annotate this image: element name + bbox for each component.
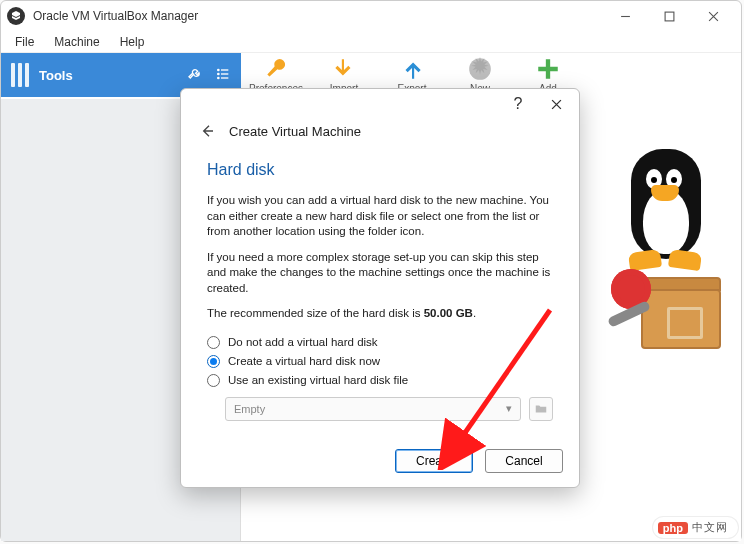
create-button[interactable]: Create xyxy=(395,449,473,473)
svg-point-1 xyxy=(217,68,220,71)
dialog-help-button[interactable]: ? xyxy=(499,91,537,117)
dialog-close-button[interactable] xyxy=(537,91,575,117)
radio-no-disk-label: Do not add a virtual hard disk xyxy=(228,336,378,348)
chevron-down-icon: ▾ xyxy=(506,402,512,415)
minimize-button[interactable] xyxy=(603,2,647,30)
maximize-button[interactable] xyxy=(647,2,691,30)
paragraph-2: If you need a more complex storage set-u… xyxy=(207,250,553,297)
close-button[interactable] xyxy=(691,2,735,30)
cancel-button[interactable]: Cancel xyxy=(485,449,563,473)
file-combo[interactable]: Empty ▾ xyxy=(225,397,521,421)
paragraph-1: If you wish you can add a virtual hard d… xyxy=(207,193,553,240)
watermark: php 中文网 xyxy=(653,517,738,538)
watermark-text: 中文网 xyxy=(692,520,728,535)
menu-machine[interactable]: Machine xyxy=(44,33,109,51)
radio-no-disk[interactable]: Do not add a virtual hard disk xyxy=(207,336,553,349)
recommended-size: The recommended size of the hard disk is… xyxy=(207,306,553,322)
dialog-header: Create Virtual Machine xyxy=(181,119,579,149)
radio-create-now-label: Create a virtual hard disk now xyxy=(228,355,380,367)
toolbox-image xyxy=(611,259,731,359)
menubar: File Machine Help xyxy=(1,31,741,53)
wrench-icon[interactable] xyxy=(187,66,203,85)
dialog-footer: Create Cancel xyxy=(181,439,579,487)
titlebar: Oracle VM VirtualBox Manager xyxy=(1,1,741,31)
recommended-size-value: 50.00 GB xyxy=(424,307,473,319)
radio-use-existing-label: Use an existing virtual hard disk file xyxy=(228,374,408,386)
tools-icon xyxy=(11,63,29,87)
dialog-titlebar: ? xyxy=(181,89,579,119)
svg-rect-0 xyxy=(665,12,674,21)
svg-rect-2 xyxy=(221,69,228,70)
svg-point-3 xyxy=(217,72,220,75)
existing-file-selector: Empty ▾ xyxy=(225,397,553,421)
list-icon[interactable] xyxy=(215,66,231,85)
create-vm-dialog: ? Create Virtual Machine Hard disk If yo… xyxy=(180,88,580,488)
svg-rect-4 xyxy=(221,73,228,74)
dialog-body: Hard disk If you wish you can add a virt… xyxy=(181,149,579,439)
app-icon xyxy=(7,7,25,25)
dialog-title: Create Virtual Machine xyxy=(229,124,361,139)
svg-point-5 xyxy=(217,76,220,79)
radio-create-now[interactable]: Create a virtual hard disk now xyxy=(207,355,553,368)
window-title: Oracle VM VirtualBox Manager xyxy=(33,9,603,23)
section-heading: Hard disk xyxy=(207,161,553,179)
browse-folder-button[interactable] xyxy=(529,397,553,421)
back-arrow-icon[interactable] xyxy=(199,123,215,139)
watermark-brand: php xyxy=(658,522,688,534)
menu-help[interactable]: Help xyxy=(110,33,155,51)
file-combo-value: Empty xyxy=(234,403,265,415)
menu-file[interactable]: File xyxy=(5,33,44,51)
tools-label: Tools xyxy=(39,68,187,83)
radio-use-existing[interactable]: Use an existing virtual hard disk file xyxy=(207,374,553,387)
disk-options: Do not add a virtual hard disk Create a … xyxy=(207,336,553,387)
svg-rect-6 xyxy=(221,77,228,78)
